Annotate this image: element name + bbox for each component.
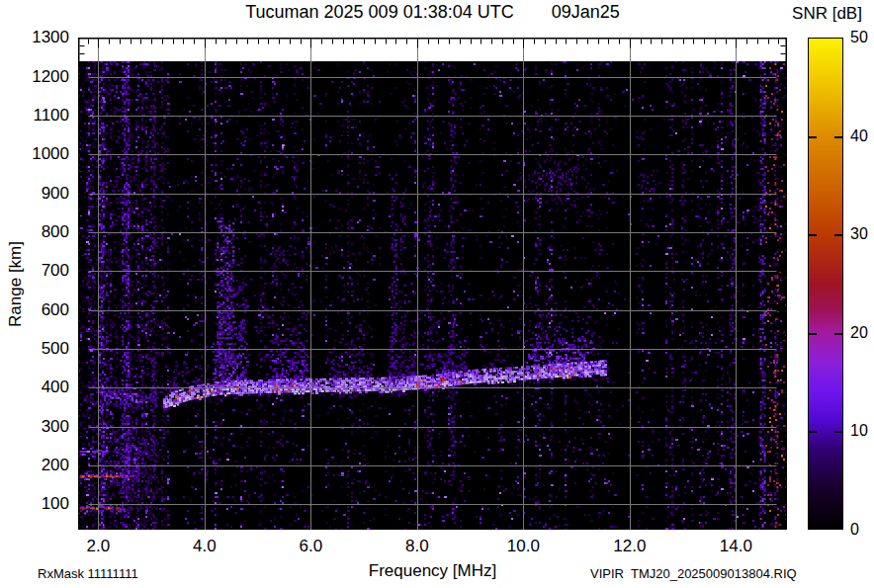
colorbar-tick-label: 50 xyxy=(850,29,868,46)
colorbar-tick-label: 20 xyxy=(850,324,868,342)
y-tick-label: 1200 xyxy=(32,67,69,87)
y-tick-label: 800 xyxy=(42,222,69,242)
page-title: Tucuman 2025 009 01:38:04 UTC09Jan25 xyxy=(78,2,787,23)
ionogram-viewer: Tucuman 2025 009 01:38:04 UTC09Jan25 SNR… xyxy=(0,0,874,588)
colorbar-tick-mark xyxy=(834,136,842,138)
x-tick-label: 10.0 xyxy=(507,537,540,556)
y-tick-label: 1300 xyxy=(32,28,69,47)
y-tick-label: 900 xyxy=(42,184,69,204)
colorbar-tick-labels: 01020304050 xyxy=(850,38,874,530)
colorbar-title: SNR [dB] xyxy=(780,4,874,24)
colorbar-tick-label: 10 xyxy=(850,422,868,440)
y-axis-tick-labels: 1002003004005006007008009001000110012001… xyxy=(0,0,73,588)
y-tick-label: 400 xyxy=(42,378,69,397)
y-tick-label: 700 xyxy=(42,261,69,281)
colorbar-tick-label: 0 xyxy=(850,521,859,539)
y-tick-label: 600 xyxy=(42,300,69,320)
colorbar-tick-mark xyxy=(834,333,842,335)
x-tick-label: 2.0 xyxy=(87,537,111,556)
colorbar-tick-mark xyxy=(809,431,817,433)
y-tick-label: 1100 xyxy=(33,106,69,126)
y-tick-label: 200 xyxy=(42,456,69,475)
snr-colorbar xyxy=(808,38,843,530)
y-tick-label: 500 xyxy=(42,339,69,359)
title-station-time: Tucuman 2025 009 01:38:04 UTC xyxy=(245,2,514,22)
colorbar-tick-mark xyxy=(834,234,842,236)
rxmask-text: RxMask 11111111 xyxy=(38,566,138,581)
colorbar-tick-label: 40 xyxy=(850,127,868,145)
x-tick-label: 6.0 xyxy=(300,537,323,556)
y-tick-label: 300 xyxy=(42,417,69,437)
x-tick-label: 14.0 xyxy=(720,537,752,556)
x-tick-label: 12.0 xyxy=(613,537,646,556)
colorbar-tick-mark xyxy=(809,234,817,236)
x-tick-label: 8.0 xyxy=(405,537,429,556)
ionogram-heatmap-canvas xyxy=(78,38,787,530)
x-tick-label: 4.0 xyxy=(193,537,217,556)
filename-text: VIPIR TMJ20_2025009013804.RIQ xyxy=(590,566,797,581)
x-axis-tick-labels: 2.04.06.08.010.012.014.0 xyxy=(78,535,787,556)
colorbar-tick-mark xyxy=(834,431,842,433)
colorbar-tick-mark xyxy=(809,136,817,138)
colorbar-tick-label: 30 xyxy=(850,225,868,243)
title-date: 09Jan25 xyxy=(552,2,620,22)
colorbar-tick-mark xyxy=(809,333,817,335)
y-tick-label: 1000 xyxy=(32,144,69,164)
y-tick-label: 100 xyxy=(42,494,69,514)
